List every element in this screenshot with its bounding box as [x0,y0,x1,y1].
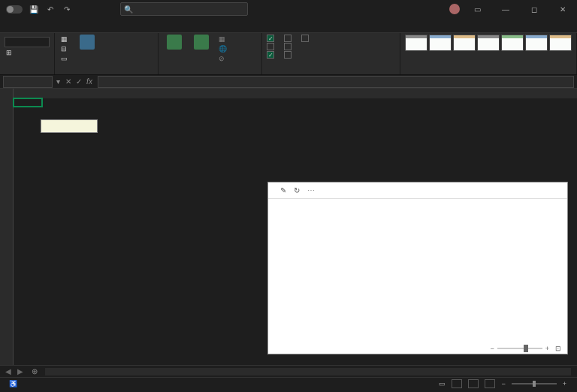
active-cell-marker [13,98,43,107]
formula-bar: ▾ ✕ ✓ fx [0,75,577,89]
redo-icon[interactable]: ↷ [62,4,72,14]
banded-cols-checkbox[interactable] [284,51,294,59]
fx-icon[interactable]: fx [84,77,95,86]
enter-icon[interactable]: ✓ [74,77,84,86]
header-row-checkbox[interactable]: ✓ [267,35,276,42]
normal-view-button[interactable] [452,379,462,388]
undo-icon[interactable]: ↶ [45,4,56,14]
last-column-checkbox[interactable] [284,43,294,50]
zoom-in-button[interactable]: + [563,380,566,387]
total-row-checkbox[interactable] [267,43,276,50]
remove-duplicates-button[interactable]: ⊟ [59,44,71,53]
avatar[interactable] [449,4,460,14]
sheet-nav-prev[interactable]: ◀ [3,367,14,375]
ribbon: ⊞ ▦ ⊟ ▭ ▦ 🌐 ⊘ ✓ [0,33,577,75]
open-browser-button: 🌐 [217,44,231,53]
sheet-tab-bar: ◀ ▶ ⊕ [0,365,577,377]
table-name-input[interactable] [5,37,50,47]
refresh-button[interactable] [190,35,213,51]
maximize-button[interactable]: ◻ [523,2,545,17]
cell-tooltip [41,119,98,133]
zoom-slider[interactable] [497,348,542,349]
search-input[interactable]: 🔍 [120,2,248,16]
page-layout-button[interactable] [468,379,479,388]
table-styles-gallery[interactable] [405,35,572,51]
search-icon: 🔍 [124,5,133,14]
filter-button-checkbox[interactable] [301,35,311,42]
namebox-dropdown-icon[interactable]: ▾ [53,77,63,86]
export-button[interactable] [163,35,186,51]
resize-table-button[interactable]: ⊞ [5,48,50,57]
status-bar: ♿ ▭ − + [0,377,577,389]
zoom-out-button[interactable]: − [501,380,505,387]
worksheet-grid[interactable]: ✎ ↻ ⋯ − + ⊡ [0,89,577,365]
horizontal-scrollbar[interactable] [45,368,571,375]
drawing-pane[interactable]: ✎ ↻ ⋯ − + ⊡ [267,182,568,354]
table-props-button: ▦ [217,35,231,44]
ribbon-mode-icon[interactable]: ▭ [466,2,488,17]
close-button[interactable]: ✕ [551,2,574,17]
unlink-button: ⊘ [217,54,231,63]
sheet-nav-next[interactable]: ▶ [15,367,26,375]
ribbon-tabs [0,18,577,33]
title-bar: 💾 ↶ ↷ 🔍 ▭ — ◻ ✕ [0,0,577,18]
table-name-label [5,35,50,36]
page-break-button[interactable] [485,379,495,388]
refresh-drawing-button[interactable]: ↻ [294,186,300,194]
name-box[interactable] [3,76,53,88]
save-icon[interactable]: 💾 [29,4,39,14]
status-zoom-slider[interactable] [512,383,557,384]
minimize-button[interactable]: — [494,2,517,17]
insert-slicer-button[interactable] [76,35,98,51]
zoom-fit-icon[interactable]: ⊡ [555,345,561,352]
autosave-toggle[interactable] [3,5,23,14]
cancel-icon[interactable]: ✕ [63,77,74,86]
convert-range-button[interactable]: ▭ [59,54,71,63]
banded-rows-checkbox[interactable]: ✓ [267,51,276,59]
summarize-pivot-button[interactable]: ▦ [59,35,71,44]
edit-drawing-button[interactable]: ✎ [280,186,286,194]
more-icon[interactable]: ⋯ [307,186,315,194]
accessibility-icon[interactable]: ♿ [9,380,17,387]
first-column-checkbox[interactable] [284,35,294,42]
formula-input[interactable] [98,76,574,88]
add-sheet-button[interactable]: ⊕ [29,367,41,375]
display-settings-button[interactable]: ▭ [439,380,446,387]
zoom-in-icon[interactable]: + [545,345,549,352]
zoom-out-icon[interactable]: − [490,345,494,352]
